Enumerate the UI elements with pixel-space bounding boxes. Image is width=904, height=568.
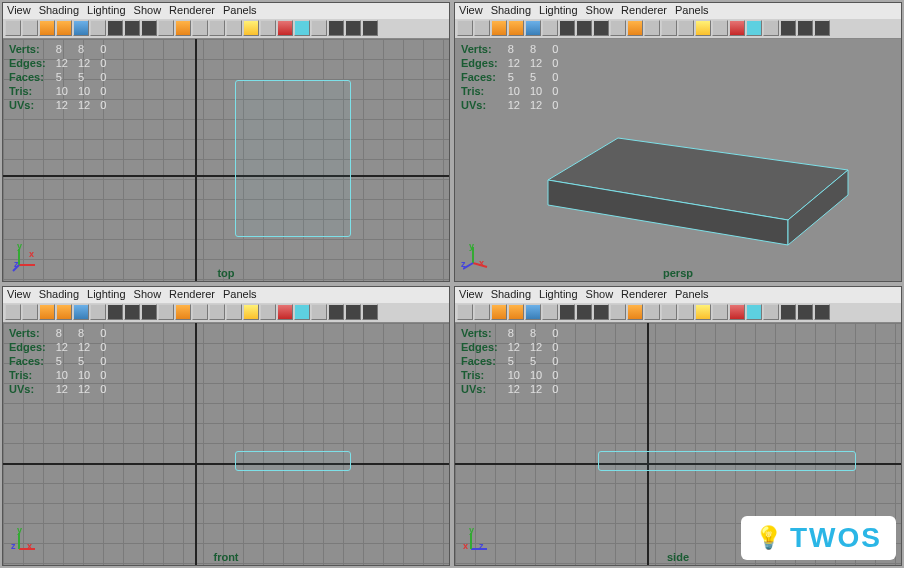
menu-panels[interactable]: Panels — [223, 4, 257, 18]
xray-icon[interactable] — [610, 304, 626, 320]
tex-icon[interactable] — [593, 20, 609, 36]
light-icon[interactable] — [243, 304, 259, 320]
object-shaded-persp[interactable] — [488, 60, 868, 260]
menu-panels[interactable]: Panels — [675, 4, 709, 18]
hq-icon[interactable] — [277, 20, 293, 36]
menu-lighting[interactable]: Lighting — [539, 4, 578, 18]
viewport-canvas-front[interactable]: Verts:880Edges:12120Faces:550Tris:10100U… — [3, 323, 449, 565]
smooth-icon[interactable] — [542, 20, 558, 36]
shading-icon[interactable] — [508, 20, 524, 36]
select-icon[interactable] — [457, 20, 473, 36]
lasso-icon[interactable] — [22, 20, 38, 36]
light-icon[interactable] — [695, 20, 711, 36]
gate-icon[interactable] — [814, 20, 830, 36]
select-icon[interactable] — [5, 304, 21, 320]
iso2-icon[interactable] — [661, 20, 677, 36]
viewport-top[interactable]: View Shading Lighting Show Renderer Pane… — [2, 2, 450, 282]
viewport-menubar[interactable]: View Shading Lighting Show Renderer Pane… — [3, 3, 449, 19]
res-icon[interactable] — [797, 20, 813, 36]
wire-icon[interactable] — [559, 20, 575, 36]
menu-renderer[interactable]: Renderer — [621, 288, 667, 302]
camera-icon[interactable] — [39, 20, 55, 36]
wire2-icon[interactable] — [124, 20, 140, 36]
tex-icon[interactable] — [141, 20, 157, 36]
menu-view[interactable]: View — [459, 4, 483, 18]
viewport-front[interactable]: View Shading Lighting Show Renderer Pane… — [2, 286, 450, 566]
tex-icon[interactable] — [593, 304, 609, 320]
object-wireframe-front[interactable] — [235, 451, 351, 470]
iso2-icon[interactable] — [661, 304, 677, 320]
hq-icon[interactable] — [729, 304, 745, 320]
frame-icon[interactable] — [746, 304, 762, 320]
iso3-icon[interactable] — [678, 304, 694, 320]
object-wireframe-top[interactable] — [235, 80, 351, 237]
xray-icon[interactable] — [158, 20, 174, 36]
menu-shading[interactable]: Shading — [39, 4, 79, 18]
iso-icon[interactable] — [192, 304, 208, 320]
res-icon[interactable] — [345, 20, 361, 36]
box-icon[interactable] — [175, 304, 191, 320]
menu-renderer[interactable]: Renderer — [169, 288, 215, 302]
frame-icon[interactable] — [746, 20, 762, 36]
lasso-icon[interactable] — [22, 304, 38, 320]
menu-shading[interactable]: Shading — [491, 288, 531, 302]
iso-icon[interactable] — [192, 20, 208, 36]
menu-renderer[interactable]: Renderer — [169, 4, 215, 18]
viewport-persp[interactable]: View Shading Lighting Show Renderer Pane… — [454, 2, 902, 282]
camera-icon[interactable] — [491, 304, 507, 320]
menu-lighting[interactable]: Lighting — [87, 4, 126, 18]
menu-show[interactable]: Show — [586, 288, 614, 302]
viewport-menubar[interactable]: View Shading Lighting Show Renderer Pane… — [455, 3, 901, 19]
wire-icon[interactable] — [559, 304, 575, 320]
hq-icon[interactable] — [729, 20, 745, 36]
menu-show[interactable]: Show — [134, 4, 162, 18]
wire-icon[interactable] — [107, 20, 123, 36]
menu-panels[interactable]: Panels — [223, 288, 257, 302]
xray-icon[interactable] — [610, 20, 626, 36]
shading2-icon[interactable] — [525, 20, 541, 36]
grid-icon[interactable] — [311, 20, 327, 36]
xray-icon[interactable] — [158, 304, 174, 320]
object-wireframe-side[interactable] — [598, 451, 857, 470]
shading-icon[interactable] — [56, 304, 72, 320]
light-icon[interactable] — [243, 20, 259, 36]
wire2-icon[interactable] — [124, 304, 140, 320]
menu-show[interactable]: Show — [586, 4, 614, 18]
grid-icon[interactable] — [763, 20, 779, 36]
shadow-icon[interactable] — [712, 20, 728, 36]
menu-lighting[interactable]: Lighting — [539, 288, 578, 302]
shading2-icon[interactable] — [73, 304, 89, 320]
lasso-icon[interactable] — [474, 20, 490, 36]
viewport-menubar[interactable]: View Shading Lighting Show Renderer Pane… — [3, 287, 449, 303]
iso-icon[interactable] — [644, 304, 660, 320]
menu-show[interactable]: Show — [134, 288, 162, 302]
iso-icon[interactable] — [644, 20, 660, 36]
wire2-icon[interactable] — [576, 20, 592, 36]
viewport-menubar[interactable]: View Shading Lighting Show Renderer Pane… — [455, 287, 901, 303]
iso3-icon[interactable] — [678, 20, 694, 36]
select-icon[interactable] — [457, 304, 473, 320]
menu-view[interactable]: View — [459, 288, 483, 302]
viewport-canvas-top[interactable]: Verts:880Edges:12120Faces:550Tris:10100U… — [3, 39, 449, 281]
frame-icon[interactable] — [294, 20, 310, 36]
menu-view[interactable]: View — [7, 288, 31, 302]
grid-icon[interactable] — [763, 304, 779, 320]
shadow-icon[interactable] — [712, 304, 728, 320]
grid-icon[interactable] — [311, 304, 327, 320]
menu-renderer[interactable]: Renderer — [621, 4, 667, 18]
box-icon[interactable] — [627, 304, 643, 320]
res-icon[interactable] — [797, 304, 813, 320]
wire-icon[interactable] — [107, 304, 123, 320]
lasso-icon[interactable] — [474, 304, 490, 320]
box-icon[interactable] — [175, 20, 191, 36]
menu-lighting[interactable]: Lighting — [87, 288, 126, 302]
iso3-icon[interactable] — [226, 304, 242, 320]
iso2-icon[interactable] — [209, 304, 225, 320]
camera-icon[interactable] — [491, 20, 507, 36]
smooth-icon[interactable] — [90, 20, 106, 36]
light-icon[interactable] — [695, 304, 711, 320]
shadow-icon[interactable] — [260, 20, 276, 36]
box-icon[interactable] — [627, 20, 643, 36]
iso3-icon[interactable] — [226, 20, 242, 36]
select-icon[interactable] — [5, 20, 21, 36]
